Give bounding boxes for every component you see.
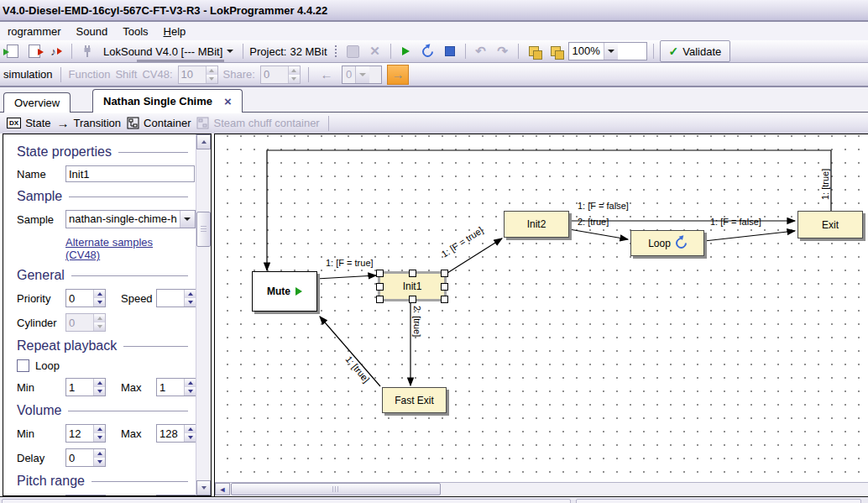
decoder-type-dropdown[interactable]: LokSound V4.0 [--- MBit] <box>100 42 237 60</box>
add-steam-chuff-container-button-disabled[interactable]: Steam chuff container <box>196 117 319 129</box>
selection-handle[interactable] <box>376 283 384 291</box>
section-state-properties: State properties <box>17 144 188 160</box>
share-input[interactable] <box>261 66 288 83</box>
pitch-min-spinner[interactable] <box>65 495 106 495</box>
priority-input[interactable] <box>66 290 93 307</box>
state-exit[interactable]: Exit <box>797 211 863 238</box>
volume-min-spinner[interactable] <box>65 424 106 443</box>
steam-chuff-container-icon <box>196 117 209 129</box>
repeat-min-spinner[interactable] <box>65 378 106 396</box>
share-spinner[interactable] <box>260 65 301 84</box>
spinner-buttons[interactable] <box>288 66 300 83</box>
volume-max-spinner[interactable] <box>156 424 196 443</box>
cv48-spinner[interactable] <box>178 65 218 84</box>
pitch-max-spinner[interactable] <box>156 495 196 495</box>
play-icon <box>402 47 410 55</box>
function-button-disabled[interactable]: Function <box>69 68 111 81</box>
diagram-canvas[interactable]: 1: [F = true]1: [F = true]1: [F = false]… <box>214 134 868 496</box>
volume-max-input[interactable] <box>157 425 184 442</box>
menu-tools[interactable]: Tools <box>115 24 155 39</box>
properties-button-disabled[interactable] <box>344 42 363 60</box>
selection-handle[interactable] <box>376 270 384 277</box>
step-forward-button[interactable]: → <box>387 65 409 85</box>
toolbar-grip[interactable] <box>334 45 337 58</box>
transition-line[interactable] <box>569 229 628 239</box>
programmer-connection-button[interactable] <box>78 42 97 60</box>
state-fast-exit[interactable]: Fast Exit <box>382 387 447 413</box>
zoom-in-button[interactable] <box>525 42 543 60</box>
alternate-samples-link[interactable]: Alternate samples (CV48) <box>65 236 188 261</box>
zoom-out-button[interactable] <box>546 42 565 60</box>
add-state-button[interactable]: DX State <box>7 117 50 129</box>
repeat-max-input[interactable] <box>157 379 184 396</box>
speed-input[interactable] <box>157 290 184 307</box>
sample-dropdown[interactable]: nathan-single-chime-h <box>65 210 196 228</box>
export-sound-button[interactable]: ♪ <box>47 42 65 60</box>
selection-handle[interactable] <box>441 270 448 277</box>
add-container-button[interactable]: Container <box>127 117 191 129</box>
stop-icon <box>445 46 455 56</box>
state-loop[interactable]: Loop <box>630 230 704 256</box>
priority-spinner[interactable] <box>65 289 106 307</box>
cv48-label: CV48: <box>142 68 172 81</box>
loop-playback-button[interactable] <box>419 42 437 60</box>
redo-button-disabled[interactable]: ↷ <box>494 42 512 60</box>
canvas-horizontal-scrollbar[interactable]: ◄ <box>215 482 868 495</box>
repeat-max-spinner[interactable] <box>156 378 196 396</box>
transition-line[interactable] <box>704 231 795 241</box>
stop-button[interactable] <box>441 42 459 60</box>
loop-checkbox[interactable] <box>17 359 29 372</box>
selection-handle[interactable] <box>409 296 416 303</box>
h-scrollbar-thumb[interactable] <box>231 483 441 495</box>
scrollbar-thumb[interactable] <box>196 212 211 247</box>
repeat-min-input[interactable] <box>66 379 93 396</box>
speed-spinner[interactable] <box>156 289 196 307</box>
step-dropdown-disabled[interactable]: 0 <box>342 65 382 84</box>
volume-min-input[interactable] <box>66 425 93 442</box>
tab-overview[interactable]: Overview <box>3 92 71 113</box>
transition-line[interactable] <box>320 317 380 386</box>
selection-handle[interactable] <box>441 283 448 291</box>
volume-delay-input[interactable] <box>66 449 93 466</box>
step-back-button[interactable]: ← <box>316 65 337 84</box>
shift-button-disabled[interactable]: Shift <box>115 68 137 81</box>
close-tab-icon[interactable]: × <box>224 95 232 107</box>
delete-button-disabled[interactable]: ✕ <box>366 42 384 60</box>
selection-handle[interactable] <box>376 296 384 303</box>
cylinder-input[interactable] <box>66 314 93 331</box>
state-init1[interactable]: Init1 <box>378 271 447 301</box>
export-project-button[interactable] <box>25 42 44 60</box>
priority-label: Priority <box>17 292 65 305</box>
repeat-max-label: Max <box>121 381 156 394</box>
cylinder-spinner-disabled[interactable] <box>65 313 106 332</box>
spinner-buttons[interactable] <box>206 66 217 83</box>
undo-button-disabled[interactable]: ↶ <box>472 42 490 60</box>
scroll-left-button[interactable]: ◄ <box>215 483 230 495</box>
transition-line[interactable] <box>316 275 376 279</box>
volume-delay-spinner[interactable] <box>65 448 106 467</box>
menu-help[interactable]: Help <box>156 24 194 39</box>
cv48-input[interactable] <box>179 66 206 83</box>
validate-button[interactable]: ✓ Validate <box>660 40 731 62</box>
add-container-label: Container <box>144 117 191 129</box>
scroll-down-button[interactable] <box>196 480 211 495</box>
state-init2[interactable]: Init2 <box>504 211 569 238</box>
tab-nathan-single-chime[interactable]: Nathan Single Chime × <box>92 89 243 113</box>
panel-vertical-scrollbar[interactable] <box>196 134 211 495</box>
selection-handle[interactable] <box>441 296 448 303</box>
menu-programmer[interactable]: rogrammer <box>0 24 69 39</box>
scroll-up-button[interactable] <box>196 134 211 149</box>
selection-handle[interactable] <box>409 270 416 277</box>
state-label: Fast Exit <box>395 395 434 406</box>
open-project-button[interactable] <box>3 42 22 60</box>
state-mute[interactable]: Mute <box>252 271 317 312</box>
menu-sound[interactable]: Sound <box>69 24 116 39</box>
speed-label: Speed <box>121 292 156 305</box>
state-label: Mute <box>267 286 290 297</box>
share-label: Share: <box>223 68 255 81</box>
section-title: Pitch range <box>17 474 85 489</box>
zoom-level-dropdown[interactable]: 100% <box>568 42 647 60</box>
play-simulation-button[interactable] <box>397 42 416 60</box>
name-input[interactable] <box>65 165 195 182</box>
add-transition-button[interactable]: → Transition <box>56 116 121 130</box>
